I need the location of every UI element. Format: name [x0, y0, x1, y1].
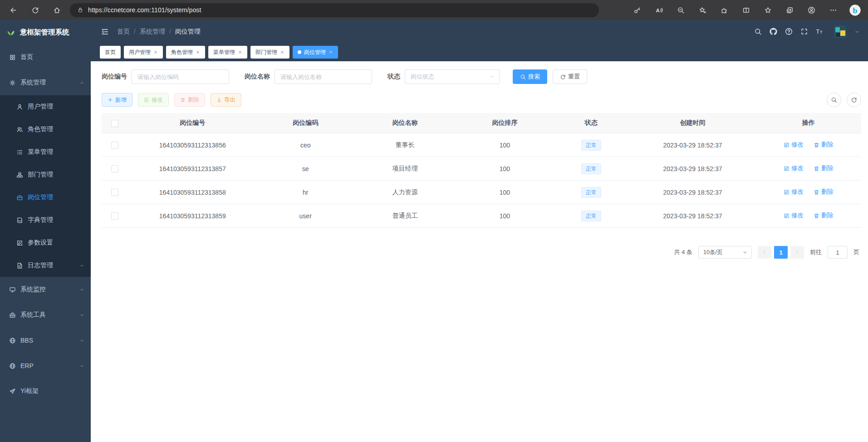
export-button[interactable]: 导出: [211, 93, 241, 107]
zoom-icon[interactable]: [673, 2, 688, 18]
jump-page-input[interactable]: [828, 246, 848, 259]
font-size-icon[interactable]: TT: [816, 28, 824, 35]
close-icon[interactable]: [196, 50, 200, 54]
address-bar[interactable]: https://ccnetcore.com:1101/system/post: [70, 3, 599, 17]
sidebar-item[interactable]: 系统管理: [0, 70, 91, 95]
row-edit-link[interactable]: 修改: [784, 188, 804, 196]
cell-post-id: 1641030593112313857: [128, 157, 258, 181]
tab[interactable]: 菜单管理: [208, 46, 247, 59]
sidebar-item[interactable]: Yi框架: [0, 378, 91, 404]
tab[interactable]: 用户管理: [124, 46, 163, 59]
tab[interactable]: 首页: [100, 46, 121, 59]
page-number-button[interactable]: 1: [774, 246, 788, 259]
row-delete-link[interactable]: 删除: [814, 141, 834, 149]
github-icon[interactable]: [770, 28, 777, 35]
column-header[interactable]: 岗位编号: [128, 113, 258, 133]
show-search-button[interactable]: [827, 93, 841, 107]
refresh-icon[interactable]: [27, 2, 43, 18]
sidebar-item[interactable]: 系统工具: [0, 302, 91, 328]
sidebar-item[interactable]: 字典管理: [0, 209, 91, 231]
site-info-icon[interactable]: [77, 7, 83, 13]
add-favorite-icon[interactable]: [695, 2, 710, 18]
page-size-select[interactable]: 10条/页: [698, 246, 752, 259]
column-header[interactable]: 创建时间: [629, 113, 755, 133]
collapse-sidebar-icon[interactable]: [101, 28, 109, 36]
select-all-checkbox[interactable]: [111, 120, 118, 127]
search-button[interactable]: 搜索: [513, 69, 547, 84]
tab[interactable]: 岗位管理: [293, 46, 338, 59]
cell-operations: 修改 删除: [756, 157, 861, 181]
sidebar-item[interactable]: 部门管理: [0, 163, 91, 186]
post-name-input[interactable]: [275, 69, 372, 84]
post-name-label: 岗位名称: [245, 73, 270, 81]
row-delete-link[interactable]: 删除: [814, 211, 834, 220]
sidebar-item[interactable]: 参数设置: [0, 231, 91, 254]
column-header[interactable]: 操作: [756, 113, 861, 133]
breadcrumb-item[interactable]: 首页: [117, 28, 130, 36]
favorites-icon[interactable]: [760, 2, 775, 18]
search-icon[interactable]: [754, 28, 762, 35]
close-icon[interactable]: [280, 50, 284, 54]
row-edit-link[interactable]: 修改: [784, 211, 804, 220]
status-select[interactable]: 岗位状态: [405, 69, 500, 84]
sidebar-item[interactable]: 首页: [0, 44, 91, 70]
sidebar-item[interactable]: 岗位管理: [0, 186, 91, 209]
refresh-table-button[interactable]: [847, 93, 861, 107]
read-aloud-icon[interactable]: A: [651, 2, 667, 18]
header-actions: TT: [754, 25, 860, 38]
tab[interactable]: 部门管理: [250, 46, 289, 59]
sidebar-item[interactable]: BBS: [0, 328, 91, 353]
settings-ellipsis-icon[interactable]: [825, 2, 841, 18]
chevron-down-icon: [79, 263, 84, 268]
sidebar-item[interactable]: ERP: [0, 353, 91, 378]
app-logo[interactable]: 意框架管理系统: [0, 20, 91, 44]
column-header[interactable]: 岗位编码: [258, 113, 353, 133]
sidebar-item[interactable]: 角色管理: [0, 118, 91, 141]
next-page-button[interactable]: [790, 246, 804, 259]
bing-icon[interactable]: b: [847, 2, 863, 18]
caret-down-icon[interactable]: [854, 29, 860, 34]
row-checkbox[interactable]: [111, 142, 118, 149]
row-delete-link[interactable]: 删除: [814, 188, 834, 196]
profile-icon[interactable]: [804, 2, 819, 18]
close-icon[interactable]: [153, 50, 158, 54]
users-icon: [16, 126, 23, 133]
extensions-icon[interactable]: [716, 2, 732, 18]
column-header[interactable]: 岗位名称: [353, 113, 457, 133]
cell-post-code: se: [258, 157, 353, 181]
row-checkbox[interactable]: [111, 189, 118, 196]
user-avatar[interactable]: [834, 25, 847, 38]
fullscreen-icon[interactable]: [800, 28, 808, 35]
edit-button[interactable]: 修改: [138, 93, 169, 107]
status-badge: 正常: [581, 163, 601, 174]
split-screen-icon[interactable]: [738, 2, 754, 18]
row-edit-link[interactable]: 修改: [784, 141, 804, 149]
close-icon[interactable]: [238, 50, 242, 54]
breadcrumb-item[interactable]: 岗位管理: [165, 28, 201, 36]
sidebar-item[interactable]: 日志管理: [0, 254, 91, 277]
post-code-input[interactable]: [132, 69, 229, 84]
row-checkbox[interactable]: [111, 212, 118, 220]
add-button[interactable]: 新增: [102, 93, 132, 107]
row-delete-link[interactable]: 删除: [814, 164, 834, 172]
row-checkbox[interactable]: [111, 165, 118, 172]
column-header[interactable]: 状态: [553, 113, 629, 133]
sidebar-item[interactable]: 菜单管理: [0, 141, 91, 163]
close-icon[interactable]: [329, 50, 333, 54]
prev-page-button[interactable]: [758, 246, 771, 259]
breadcrumb-item[interactable]: 系统管理: [130, 28, 165, 36]
collections-icon[interactable]: [782, 2, 797, 18]
key-icon[interactable]: [629, 2, 645, 18]
row-edit-link[interactable]: 修改: [784, 164, 804, 172]
tab[interactable]: 角色管理: [166, 46, 205, 59]
sidebar-item[interactable]: 用户管理: [0, 95, 91, 118]
reset-button[interactable]: 重置: [553, 69, 587, 84]
back-icon[interactable]: [5, 2, 21, 18]
delete-button[interactable]: 删除: [174, 93, 205, 107]
sidebar-item[interactable]: 系统监控: [0, 277, 91, 302]
dashboard-icon: [9, 54, 16, 61]
home-icon[interactable]: [49, 2, 64, 18]
cell-operations: 修改 删除: [756, 133, 861, 157]
column-header[interactable]: 岗位排序: [457, 113, 553, 133]
question-icon[interactable]: [785, 28, 793, 35]
